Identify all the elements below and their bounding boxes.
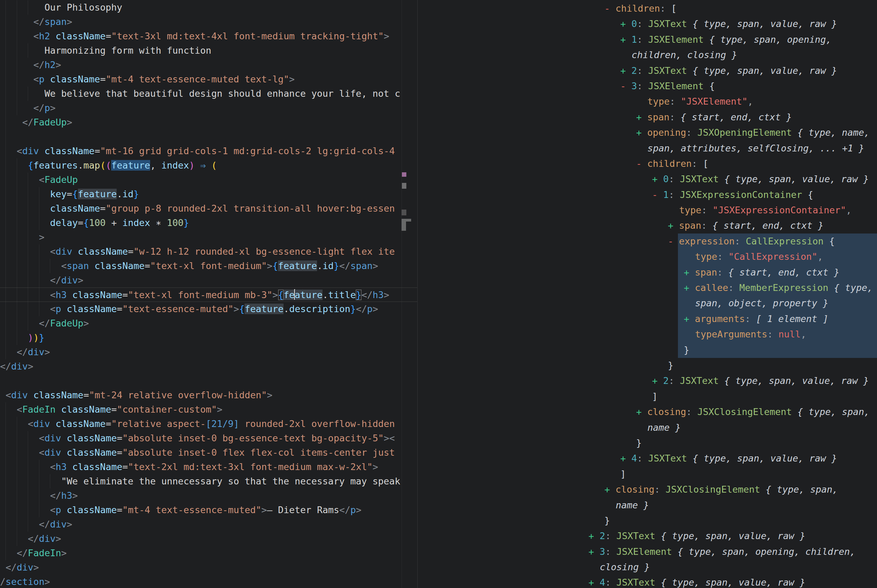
code-line[interactable]: <div className="mt-16 grid grid-cols-1 m… <box>0 144 417 158</box>
collapse-toggle[interactable]: - <box>604 3 616 14</box>
ast-node-line[interactable]: } <box>417 342 877 358</box>
expand-toggle[interactable]: + <box>652 174 663 184</box>
code-line[interactable]: Our Philosophy <box>0 0 417 15</box>
code-line[interactable]: ))} <box>0 331 417 345</box>
code-line[interactable]: <div className="absolute inset-0 bg-esse… <box>0 431 417 446</box>
code-line[interactable]: <h3 className="text-xl font-medium mb-3"… <box>0 288 417 302</box>
code-line[interactable]: </FadeUp> <box>0 115 417 130</box>
code-line[interactable]: </div> <box>0 517 417 532</box>
code-line[interactable]: <h3 className="text-2xl md:text-3xl font… <box>0 460 417 474</box>
code-line[interactable]: </div> <box>0 560 417 574</box>
code-line[interactable]: </h3> <box>0 489 417 503</box>
collapse-toggle[interactable]: - <box>668 236 679 246</box>
code-line[interactable]: <h2 className="text-3xl md:text-4xl font… <box>0 29 417 44</box>
code-line[interactable]: Harmonizing form with function <box>0 44 417 58</box>
ast-node-line[interactable]: + 1: JSXElement { type, span, opening, <box>417 32 877 47</box>
ast-node-line[interactable]: - 1: JSXExpressionContainer { <box>417 187 877 202</box>
ast-node-line[interactable]: + closing: JSXClosingElement { type, spa… <box>417 404 877 420</box>
collapse-toggle[interactable]: - <box>636 158 647 169</box>
code-line[interactable]: delay={100 + index ∗ 100} <box>0 216 417 230</box>
code-line[interactable]: <div className="relative aspect-[21/9] r… <box>0 417 417 431</box>
code-line[interactable]: <span className="text-xl font-medium">{f… <box>0 259 417 273</box>
code-line[interactable]: /section> <box>0 574 417 588</box>
ast-node-line[interactable]: + 4: JSXText { type, span, value, raw } <box>417 451 877 466</box>
ast-node-line[interactable]: name } <box>417 497 877 513</box>
ast-node-line[interactable]: + 4: JSXText { type, span, value, raw } <box>417 574 877 588</box>
expand-toggle[interactable]: + <box>636 127 647 138</box>
expand-toggle[interactable]: + <box>668 220 679 231</box>
expand-toggle[interactable]: + <box>652 375 663 386</box>
code-line[interactable]: </div> <box>0 532 417 546</box>
ast-node-line[interactable]: + span: { start, end, ctxt } <box>417 110 877 125</box>
expand-toggle[interactable]: + <box>589 577 600 588</box>
collapse-toggle[interactable]: - <box>620 81 631 91</box>
code-line[interactable]: <p className="text-essence-muted">{featu… <box>0 302 417 316</box>
expand-toggle[interactable]: + <box>620 34 631 45</box>
code-line[interactable]: <FadeUp <box>0 172 417 187</box>
ast-node-line[interactable]: type: "CallExpression", <box>417 249 877 264</box>
expand-toggle[interactable]: + <box>620 453 631 464</box>
ast-node-line[interactable]: + span: { start, end, ctxt } <box>417 265 877 280</box>
ast-node-line[interactable]: + callee: MemberExpression { type, <box>417 280 877 296</box>
ast-tree-panel[interactable]: - children: [+ 0: JSXText { type, span, … <box>417 0 877 588</box>
code-line[interactable]: > <box>0 230 417 244</box>
code-line[interactable]: </div> <box>0 359 417 374</box>
ast-node-line[interactable]: span, attributes, selfClosing, ... +1 } <box>417 141 877 156</box>
code-line[interactable]: </div> <box>0 345 417 359</box>
expand-toggle[interactable]: + <box>604 484 616 495</box>
ast-node-line[interactable]: + opening: JSXOpeningElement { type, nam… <box>417 125 877 140</box>
ast-node-line[interactable]: + 2: JSXText { type, span, value, raw } <box>417 373 877 388</box>
code-line[interactable]: </h2> <box>0 58 417 72</box>
ast-node-line[interactable]: } <box>417 435 877 451</box>
expand-toggle[interactable]: + <box>684 314 695 324</box>
expand-toggle[interactable]: + <box>636 112 647 122</box>
code-line[interactable]: <p className="mt-4 text-essence-muted te… <box>0 72 417 87</box>
ast-node-line[interactable]: - children: [ <box>417 1 877 16</box>
ast-node-line[interactable]: - children: [ <box>417 156 877 171</box>
code-line[interactable]: <div className="absolute inset-0 flex fl… <box>0 446 417 460</box>
expand-toggle[interactable]: + <box>589 546 600 557</box>
ast-node-line[interactable]: name } <box>417 420 877 435</box>
ast-node-line[interactable]: ] <box>417 466 877 482</box>
ast-node-line[interactable]: closing } <box>417 559 877 574</box>
code-line[interactable]: className="group p-8 rounded-2xl transit… <box>0 201 417 216</box>
code-line[interactable]: key={feature.id} <box>0 187 417 201</box>
ast-node-line[interactable]: } <box>417 358 877 373</box>
ast-node-line[interactable]: - expression: CallExpression { <box>417 234 877 249</box>
left-editor-pane[interactable]: Our Philosophy</span><h2 className="text… <box>0 0 417 588</box>
code-line[interactable]: </FadeIn> <box>0 546 417 560</box>
ast-node-line[interactable]: + span: { start, end, ctxt } <box>417 218 877 233</box>
ast-node-line[interactable]: + arguments: [ 1 element ] <box>417 311 877 327</box>
ast-node-line[interactable]: type: "JSXExpressionContainer", <box>417 202 877 218</box>
ast-node-line[interactable]: type: "JSXElement", <box>417 94 877 109</box>
ast-node-line[interactable]: + 2: JSXText { type, span, value, raw } <box>417 528 877 543</box>
code-line[interactable]: {features.map((feature, index) ⇒ ( <box>0 158 417 172</box>
expand-toggle[interactable]: + <box>589 531 600 541</box>
ast-node-line[interactable]: + 0: JSXText { type, span, value, raw } <box>417 171 877 187</box>
expand-toggle[interactable]: + <box>684 282 695 293</box>
ast-node-line[interactable]: span, object, property } <box>417 296 877 311</box>
code-line[interactable] <box>0 374 417 388</box>
code-line[interactable]: </FadeUp> <box>0 316 417 331</box>
code-line[interactable] <box>0 130 417 144</box>
expand-toggle[interactable]: + <box>620 65 631 76</box>
ast-node-line[interactable]: + closing: JSXClosingElement { type, spa… <box>417 482 877 497</box>
ast-node-line[interactable]: typeArguments: null, <box>417 327 877 342</box>
expand-toggle[interactable]: + <box>636 406 647 417</box>
code-line[interactable]: <div className="mt-24 relative overflow-… <box>0 388 417 402</box>
ast-node-line[interactable]: } <box>417 513 877 528</box>
expand-toggle[interactable]: + <box>620 18 631 29</box>
code-line[interactable]: "We eliminate the unnecessary so that th… <box>0 474 417 489</box>
collapse-toggle[interactable]: - <box>652 189 663 200</box>
code-line[interactable]: </div> <box>0 273 417 288</box>
code-line[interactable]: We believe that beautiful design should … <box>0 87 417 101</box>
ast-node-line[interactable]: ] <box>417 389 877 404</box>
code-line[interactable]: </span> <box>0 15 417 29</box>
code-line[interactable]: <FadeIn className="container-custom"> <box>0 402 417 417</box>
expand-toggle[interactable]: + <box>684 267 695 278</box>
ast-node-line[interactable]: + 2: JSXText { type, span, value, raw } <box>417 63 877 78</box>
ast-node-line[interactable]: children, closing } <box>417 47 877 63</box>
ast-node-line[interactable]: - 3: JSXElement { <box>417 78 877 94</box>
ast-node-line[interactable]: + 3: JSXElement { type, span, opening, c… <box>417 544 877 559</box>
ast-node-line[interactable]: + 0: JSXText { type, span, value, raw } <box>417 16 877 32</box>
